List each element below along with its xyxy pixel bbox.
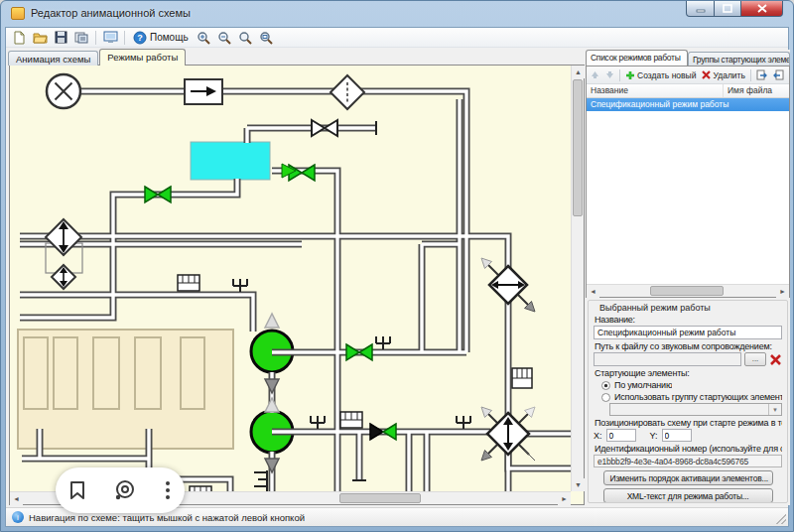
tab-scheme-animation[interactable]: Анимация схемы — [8, 51, 98, 66]
instrument-box[interactable] — [178, 275, 199, 291]
browse-button[interactable]: ... — [744, 352, 766, 366]
open-file-button[interactable] — [31, 29, 49, 46]
delete-button[interactable]: Удалить — [700, 69, 746, 81]
delete-label: Удалить — [713, 70, 744, 80]
help-button[interactable]: ? Помощь — [130, 29, 192, 46]
scheme-canvas[interactable]: ▲ ▼ ◄ ► — [9, 65, 585, 505]
import-mode-button[interactable] — [771, 68, 786, 81]
scrollbar-thumb[interactable] — [650, 286, 724, 296]
modes-panel: Список режимов работы Группы стартующих … — [586, 50, 790, 505]
title-bar[interactable]: Редактор анимационной схемы — [1, 1, 793, 27]
column-name[interactable]: Название — [587, 84, 724, 97]
export-mode-button[interactable] — [754, 68, 769, 81]
piping-diagram[interactable] — [10, 66, 572, 499]
add-icon — [625, 70, 635, 80]
change-activation-order-button[interactable]: Изменить порядок активации элементов... — [603, 470, 773, 485]
move-up-button[interactable] — [589, 69, 601, 80]
scrollbar-thumb[interactable] — [573, 79, 583, 216]
instrument-box[interactable] — [340, 412, 362, 428]
save-as-button[interactable] — [72, 29, 90, 46]
flow-box-symbol[interactable] — [185, 79, 222, 104]
xml-text-button[interactable]: XML-текст для режима работы... — [603, 488, 773, 503]
new-file-button[interactable] — [10, 29, 28, 46]
scrollbar-thumb[interactable] — [339, 493, 421, 503]
lens-search-icon[interactable] — [113, 479, 137, 501]
move-down-icon — [605, 70, 614, 79]
overlay-toolbar — [56, 467, 185, 513]
kebab-menu-icon[interactable] — [165, 480, 171, 500]
tab-modes-list[interactable]: Список режимов работы — [586, 50, 688, 66]
instrument-box[interactable] — [512, 368, 532, 388]
move-down-button[interactable] — [603, 69, 616, 80]
radio-default-label: По умолчанию — [614, 380, 672, 390]
radio-use-group-label: Использовать группу стартующих элементов… — [614, 392, 782, 402]
zoom-fit-button[interactable] — [257, 29, 275, 46]
close-button[interactable] — [741, 1, 783, 17]
minimize-button[interactable] — [686, 1, 715, 17]
valve-white[interactable] — [312, 120, 337, 136]
starting-group-combobox[interactable]: ▼ — [609, 403, 782, 416]
app-icon — [11, 7, 25, 20]
tab-starting-groups[interactable]: Группы стартующих элементов — [688, 52, 790, 66]
scroll-up-icon[interactable]: ▲ — [572, 66, 585, 78]
bookmark-icon[interactable] — [69, 480, 85, 500]
window-title: Редактор анимационной схемы — [31, 7, 191, 19]
scroll-down-icon[interactable]: ▼ — [572, 478, 585, 491]
valve-green-1[interactable] — [145, 187, 171, 202]
blower-symbol[interactable] — [47, 74, 80, 108]
create-new-button[interactable]: Создать новый — [623, 69, 698, 81]
flow-arrow-up — [265, 398, 279, 412]
preview-scheme-icon — [103, 31, 118, 44]
modes-list[interactable]: Спецификационный режим работы — [587, 98, 789, 284]
scroll-left-icon[interactable]: ◄ — [10, 492, 23, 505]
open-file-icon — [33, 31, 48, 44]
filter-diamond-symbol[interactable] — [331, 75, 364, 109]
distribution-diamond-upper[interactable] — [481, 258, 535, 312]
help-label: Помощь — [150, 32, 189, 43]
flow-arrow-down — [265, 379, 279, 393]
list-horizontal-scrollbar[interactable]: ◄ ► — [587, 284, 789, 297]
list-item-mode[interactable]: Спецификационный режим работы — [587, 98, 789, 111]
maximize-button[interactable] — [715, 1, 741, 17]
canvas-vertical-scrollbar[interactable]: ▲ ▼ — [571, 66, 584, 491]
sound-path-input[interactable] — [594, 352, 741, 366]
column-filename[interactable]: Имя файла — [724, 84, 789, 97]
sound-path-label: Путь к файлу со звуковым сопровождением: — [595, 341, 782, 351]
save-button[interactable] — [52, 29, 69, 46]
y-input[interactable] — [662, 429, 692, 442]
create-new-label: Создать новый — [637, 70, 696, 80]
toolbar-separator — [619, 69, 620, 81]
check-diamond-small[interactable] — [52, 265, 75, 289]
id-label: Идентификационный номер (используйте для… — [595, 444, 782, 454]
valve-green-3[interactable] — [346, 344, 372, 360]
scroll-right-icon[interactable]: ► — [776, 285, 789, 298]
zoom-in-button[interactable] — [195, 29, 212, 46]
zoom-in-icon — [197, 31, 210, 45]
x-label: X: — [594, 431, 602, 441]
tab-work-modes[interactable]: Режимы работы — [99, 49, 186, 66]
mode-name-input[interactable] — [594, 326, 782, 339]
valve-black-green[interactable] — [370, 424, 396, 440]
zoom-original-button[interactable] — [236, 29, 254, 46]
drain-symbol — [233, 279, 247, 292]
preview-scheme-button[interactable] — [101, 29, 119, 46]
group-title: Выбранный режим работы — [599, 303, 782, 313]
clear-sound-icon[interactable] — [769, 353, 782, 366]
scroll-left-icon[interactable]: ◄ — [587, 285, 599, 298]
main-toolbar: ? Помощь — [6, 28, 788, 48]
resize-grip[interactable] — [776, 514, 786, 524]
scroll-right-icon[interactable]: ► — [558, 492, 571, 505]
chevron-down-icon[interactable]: ▼ — [768, 404, 781, 415]
import-mode-icon — [773, 69, 784, 80]
zoom-out-icon — [217, 31, 231, 45]
radio-default[interactable] — [601, 381, 610, 390]
check-diamond-large[interactable] — [46, 219, 81, 255]
building-outline[interactable] — [18, 330, 233, 449]
x-input[interactable] — [606, 429, 636, 442]
status-text: Навигация по схеме: тащить мышкой с нажа… — [29, 512, 305, 523]
distribution-diamond-lower[interactable] — [481, 407, 535, 461]
radio-use-group[interactable] — [601, 393, 610, 402]
zoom-out-button[interactable] — [215, 29, 233, 46]
flow-arrow-up — [265, 314, 279, 328]
tank[interactable] — [191, 142, 270, 180]
